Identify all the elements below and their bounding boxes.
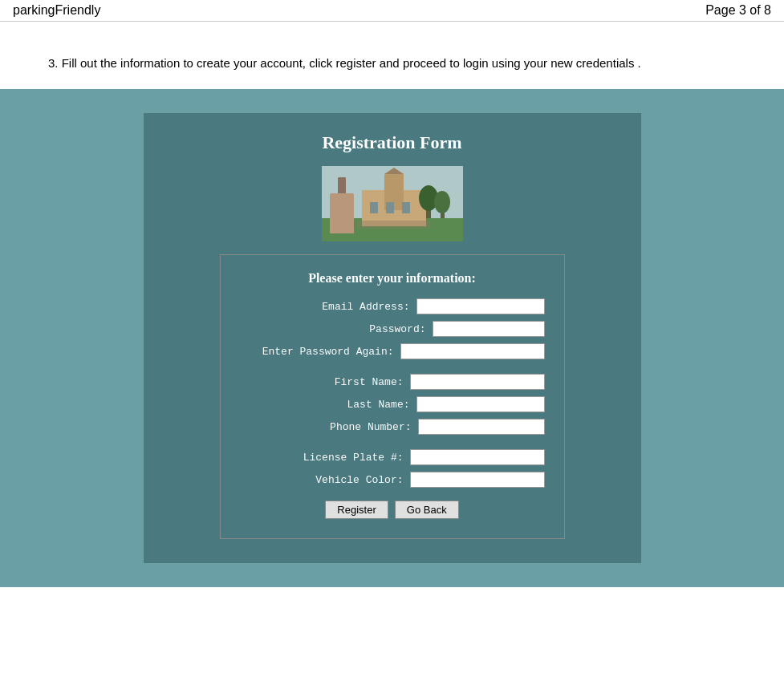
color-input[interactable] <box>410 472 545 488</box>
phone-label: Phone Number: <box>330 421 411 433</box>
color-row: Vehicle Color: <box>240 472 545 488</box>
lastname-label: Last Name: <box>347 399 409 411</box>
page-content: 3. Fill out the information to create yo… <box>0 22 784 89</box>
info-box-title: Please enter your information: <box>240 271 545 286</box>
form-container: Registration Form <box>144 113 641 563</box>
email-label: Email Address: <box>322 301 409 313</box>
university-image <box>322 166 463 241</box>
register-button[interactable]: Register <box>325 501 388 519</box>
phone-input[interactable] <box>418 419 545 435</box>
svg-rect-5 <box>370 202 378 213</box>
firstname-label: First Name: <box>335 376 404 388</box>
svg-rect-6 <box>386 202 394 213</box>
license-input[interactable] <box>410 449 545 465</box>
app-name: parkingFriendly <box>13 3 100 18</box>
password2-label: Enter Password Again: <box>262 346 394 358</box>
lastname-input[interactable] <box>416 396 545 412</box>
svg-rect-7 <box>402 202 410 213</box>
email-input[interactable] <box>416 298 545 314</box>
phone-row: Phone Number: <box>240 419 545 435</box>
password-label: Password: <box>369 323 425 335</box>
password-input[interactable] <box>433 321 545 337</box>
color-label: Vehicle Color: <box>315 474 403 486</box>
license-label: License Plate #: <box>303 452 404 464</box>
teal-section: Registration Form <box>0 89 784 587</box>
go-back-button[interactable]: Go Back <box>395 501 459 519</box>
button-row: Register Go Back <box>240 501 545 519</box>
form-title: Registration Form <box>322 132 461 153</box>
info-box: Please enter your information: Email Add… <box>220 254 565 539</box>
lastname-row: Last Name: <box>240 396 545 412</box>
password-row: Password: <box>240 321 545 337</box>
password2-row: Enter Password Again: <box>240 343 545 359</box>
firstname-input[interactable] <box>410 374 545 390</box>
page-number: Page 3 of 8 <box>705 3 771 18</box>
svg-point-11 <box>434 191 450 213</box>
email-row: Email Address: <box>240 298 545 314</box>
svg-rect-12 <box>358 221 430 229</box>
license-row: License Plate #: <box>240 449 545 465</box>
instruction-text: 3. Fill out the information to create yo… <box>48 54 736 73</box>
page-header: parkingFriendly Page 3 of 8 <box>0 0 784 22</box>
firstname-row: First Name: <box>240 374 545 390</box>
password2-input[interactable] <box>400 343 545 359</box>
